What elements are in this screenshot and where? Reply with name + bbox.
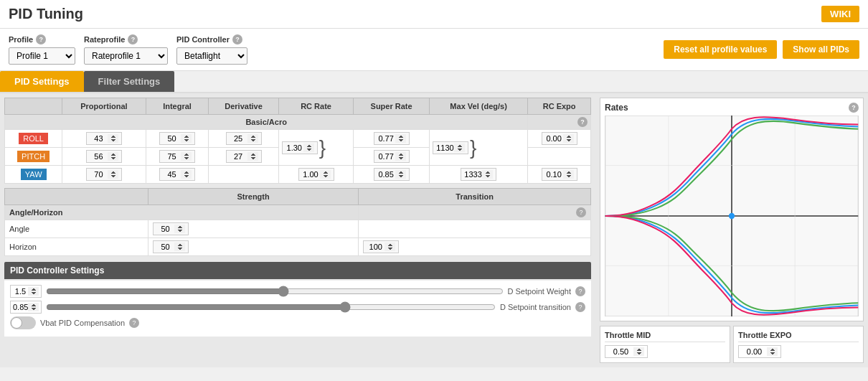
yaw-rcrate-cell (278, 166, 354, 184)
yaw-rcexpo-input[interactable] (542, 168, 577, 181)
d-setpoint-transition-input[interactable] (10, 301, 42, 314)
d-setpoint-transition-help-icon[interactable]: ? (575, 302, 585, 312)
roll-maxvel-cell: } (429, 130, 527, 166)
throttle-mid-input[interactable] (605, 345, 648, 358)
vbat-label: Vbat PID Compensation (40, 319, 125, 327)
yaw-rcexpo-cell (528, 166, 591, 184)
yaw-label-cell: YAW (5, 166, 62, 184)
angle-horizon-section-row: Angle/Horizon ? (5, 205, 591, 220)
rates-chart-svg (605, 116, 859, 316)
show-pids-button[interactable]: Show all PIDs (783, 40, 859, 59)
pitch-d-input[interactable] (226, 150, 262, 163)
pitch-superrate-input[interactable] (374, 150, 410, 163)
throttle-expo-title: Throttle EXPO (738, 331, 859, 342)
top-controls: Profile ? Profile 1 Rateprofile ? Ratepr… (0, 29, 868, 71)
pitch-label: PITCH (17, 151, 49, 162)
d-setpoint-weight-help-icon[interactable]: ? (575, 286, 585, 296)
roll-d-cell (209, 130, 278, 148)
svg-point-7 (729, 213, 735, 219)
pitch-superrate-cell (354, 148, 430, 166)
horizon-strength-input[interactable] (153, 240, 189, 253)
roll-rcexpo-input[interactable] (542, 132, 577, 145)
wiki-button[interactable]: WIKI (821, 6, 859, 22)
pid-table-wrap: Proportional Integral Derivative RC Rate… (0, 93, 595, 188)
vbat-toggle[interactable] (10, 316, 36, 329)
d-setpoint-weight-slider[interactable] (46, 286, 504, 297)
pitch-d-cell (209, 148, 278, 166)
pid-controller-group: PID Controller ? Betaflight (176, 34, 247, 65)
roll-d-input[interactable] (226, 132, 262, 145)
vbat-help-icon[interactable]: ? (129, 318, 139, 328)
angle-strength-input[interactable] (153, 222, 189, 235)
tab-filter-settings[interactable]: Filter Settings (84, 71, 175, 92)
reset-profile-button[interactable]: Reset all profile values (664, 40, 777, 59)
pid-controller-help-icon[interactable]: ? (232, 34, 242, 44)
rateprofile-help-icon[interactable]: ? (128, 34, 138, 44)
pitch-rcexpo-cell (528, 148, 591, 166)
d-setpoint-transition-slider[interactable] (46, 301, 496, 313)
rateprofile-label: Rateprofile ? (84, 34, 168, 44)
col-header-proportional: Proportional (62, 98, 146, 115)
pid-controller-settings-section: PID Controller Settings D Setpoint Weigh… (0, 258, 595, 341)
yaw-p-input[interactable] (86, 168, 122, 181)
d-setpoint-transition-row: D Setpoint transition ? (10, 301, 585, 314)
yaw-superrate-input[interactable] (374, 168, 410, 181)
vbat-row: Vbat PID Compensation ? (10, 316, 585, 329)
yaw-i-cell (146, 166, 209, 184)
roll-i-input[interactable] (159, 132, 195, 145)
angle-strength-cell (148, 220, 359, 238)
pitch-i-input[interactable] (159, 150, 195, 163)
table-row: YAW (5, 166, 591, 184)
profile-help-icon[interactable]: ? (36, 34, 46, 44)
basic-acro-help-icon[interactable]: ? (577, 117, 588, 127)
pid-table: Proportional Integral Derivative RC Rate… (4, 98, 591, 184)
horizon-transition-input[interactable] (363, 240, 399, 253)
pitch-p-cell (62, 148, 146, 166)
rateprofile-group: Rateprofile ? Rateprofile 1 (84, 34, 168, 65)
profile-select[interactable]: Profile 1 (9, 47, 75, 65)
pitch-label-cell: PITCH (5, 148, 62, 166)
roll-label-cell: ROLL (5, 130, 62, 148)
left-panel: Proportional Integral Derivative RC Rate… (0, 93, 595, 367)
horizon-label: Horizon (5, 238, 148, 256)
pitch-i-cell (146, 148, 209, 166)
roll-rcexpo-cell (528, 130, 591, 148)
pid-controller-select[interactable]: Betaflight (176, 47, 247, 65)
roll-p-input[interactable] (86, 132, 122, 145)
profile-label: Profile ? (9, 34, 75, 44)
col-header-integral: Integral (146, 98, 209, 115)
yaw-rcrate-input[interactable] (298, 168, 334, 181)
rates-help-icon[interactable]: ? (849, 103, 859, 113)
yaw-maxvel-cell (429, 166, 527, 184)
yaw-maxvel-input[interactable] (461, 168, 496, 181)
tab-bar: PID Settings Filter Settings (0, 71, 868, 93)
pid-controller-label: PID Controller ? (176, 34, 247, 44)
horizon-transition-cell (359, 238, 591, 256)
angle-horizon-section: Strength Transition Angle/Horizon ? Angl… (0, 188, 595, 256)
toggle-knob (11, 317, 22, 329)
roll-rcrate-input[interactable] (282, 141, 318, 154)
roll-i-cell (146, 130, 209, 148)
col-header-derivative: Derivative (209, 98, 278, 115)
profile-group: Profile ? Profile 1 (9, 34, 75, 65)
pitch-p-input[interactable] (86, 150, 122, 163)
d-setpoint-weight-label: D Setpoint Weight (508, 287, 571, 296)
roll-superrate-input[interactable] (374, 132, 410, 145)
angle-horizon-help-icon[interactable]: ? (576, 207, 586, 217)
table-row: Horizon (5, 238, 591, 256)
col-header-rcexpo: RC Expo (528, 98, 591, 115)
roll-p-cell (62, 130, 146, 148)
throttle-expo-input[interactable] (738, 345, 781, 358)
d-setpoint-weight-input[interactable] (10, 285, 42, 298)
roll-label: ROLL (19, 133, 48, 144)
rateprofile-select[interactable]: Rateprofile 1 (84, 47, 168, 65)
roll-maxvel-input[interactable] (433, 141, 468, 154)
tab-pid-settings[interactable]: PID Settings (0, 71, 84, 92)
page-title: PID Tuning (9, 6, 83, 22)
yaw-d-cell (209, 166, 278, 184)
yaw-label: YAW (21, 169, 47, 180)
right-panel: Rates ? 0 deg/s 0 deg/s 0 deg/s 1333 deg… (595, 93, 868, 367)
angle-horizon-table: Strength Transition Angle/Horizon ? Angl… (4, 188, 591, 256)
pid-controller-settings-title: PID Controller Settings (4, 262, 591, 279)
yaw-i-input[interactable] (159, 168, 195, 181)
